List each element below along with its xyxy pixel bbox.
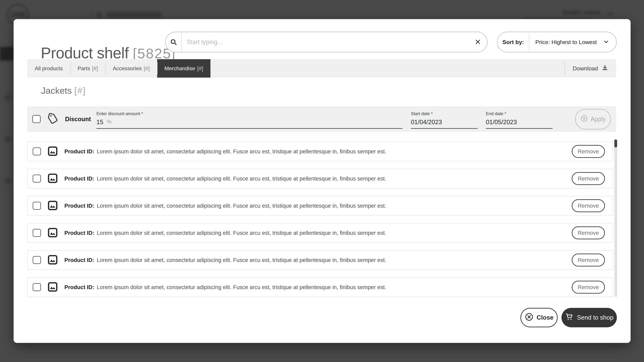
apply-button[interactable]: Apply	[575, 109, 611, 129]
discount-checkbox[interactable]	[32, 115, 40, 123]
remove-button[interactable]: Remove	[572, 145, 605, 158]
discount-bar: Discount Enter discount amount * % Start…	[27, 106, 616, 132]
start-date-input[interactable]	[411, 116, 478, 126]
row-checkbox[interactable]	[33, 175, 41, 183]
product-description: Lorem ipsum dolor sit amet, consectetur …	[97, 230, 386, 236]
background-sidebar-icon	[4, 94, 11, 100]
input-underline	[96, 128, 402, 129]
input-underline	[411, 128, 478, 129]
background-search-icon	[96, 12, 102, 17]
list-scrollbar-track[interactable]	[614, 139, 617, 297]
end-date-field: End date *	[486, 111, 552, 129]
tab-accessories[interactable]: Accessories [#]	[105, 59, 157, 78]
product-shelf-modal: Product shelf [5825] Sort by: Price: Hig…	[14, 19, 630, 343]
row-checkbox[interactable]	[33, 147, 41, 155]
product-id-label: Product ID:	[64, 175, 94, 182]
sort-label: Sort by:	[498, 33, 529, 51]
plus-circle-icon	[580, 114, 588, 124]
apply-label: Apply	[590, 116, 606, 123]
discount-label: Discount	[65, 116, 91, 123]
tab-label: Accessories	[113, 65, 142, 71]
cart-icon	[565, 313, 574, 323]
table-row: Product ID: Lorem ipsum dolor sit amet, …	[27, 196, 613, 216]
tab-all-products[interactable]: All products	[27, 59, 70, 78]
tab-count: [#]	[92, 65, 98, 71]
input-underline	[486, 128, 552, 129]
section-title: Jackets	[41, 85, 72, 95]
end-date-label: End date *	[486, 111, 552, 116]
discount-amount-suffix: %	[107, 119, 112, 125]
remove-button[interactable]: Remove	[572, 199, 605, 212]
product-image-icon	[47, 281, 58, 293]
tab-count: [#]	[144, 65, 150, 71]
background-search-text	[106, 12, 162, 17]
section-count: [#]	[74, 85, 86, 95]
product-image-icon	[47, 173, 58, 185]
tab-label: Merchandise	[164, 65, 195, 71]
product-description: Lorem ipsum dolor sit amet, consectetur …	[97, 148, 386, 155]
end-date-input[interactable]	[486, 116, 552, 126]
chevron-down-icon	[607, 9, 613, 16]
user-menu: Dealer name	[562, 9, 600, 16]
download-icon	[602, 64, 608, 72]
search-bar	[165, 32, 488, 52]
sort-selected-value: Price: Highest to Lowest	[529, 39, 603, 45]
product-list: Product ID: Lorem ipsum dolor sit amet, …	[27, 142, 613, 305]
close-icon	[474, 38, 481, 46]
remove-button[interactable]: Remove	[572, 226, 605, 239]
send-to-shop-button[interactable]: Send to shop	[562, 308, 617, 327]
table-row: Product ID: Lorem ipsum dolor sit amet, …	[27, 250, 613, 270]
search-input[interactable]	[182, 38, 468, 45]
table-row: Product ID: Lorem ipsum dolor sit amet, …	[27, 169, 613, 188]
page-title-text: Product shelf	[41, 44, 129, 61]
product-description: Lorem ipsum dolor sit amet, consectetur …	[97, 284, 386, 291]
product-description: Lorem ipsum dolor sit amet, consectetur …	[97, 257, 386, 263]
tag-icon	[46, 113, 59, 125]
product-id-label: Product ID:	[64, 230, 94, 236]
download-button[interactable]: Download	[565, 61, 616, 75]
tab-label: Parts	[78, 65, 90, 71]
row-checkbox[interactable]	[33, 202, 41, 210]
start-date-label: Start date *	[411, 111, 478, 116]
remove-button[interactable]: Remove	[572, 172, 605, 185]
sort-dropdown[interactable]: Sort by: Price: Highest to Lowest	[497, 32, 617, 52]
background-sidebar-icon	[4, 136, 11, 142]
close-circle-icon	[524, 312, 534, 323]
product-id-label: Product ID:	[64, 148, 94, 155]
background-sidebar-active-item	[0, 47, 14, 61]
section-heading: Jackets [#]	[41, 85, 86, 96]
product-id-label: Product ID:	[64, 257, 94, 263]
tabbar-spacer	[210, 59, 564, 78]
remove-button[interactable]: Remove	[572, 281, 605, 294]
product-image-icon	[47, 254, 58, 266]
row-checkbox[interactable]	[33, 256, 41, 264]
category-tabs: All products Parts [#] Accessories [#] M…	[27, 59, 616, 78]
discount-amount-field: Enter discount amount * %	[96, 111, 402, 129]
product-description: Lorem ipsum dolor sit amet, consectetur …	[97, 203, 386, 209]
search-clear-button[interactable]	[468, 32, 487, 52]
product-description: Lorem ipsum dolor sit amet, consectetur …	[97, 175, 386, 182]
discount-amount-input[interactable]	[96, 116, 402, 126]
product-image-icon	[47, 227, 58, 239]
tab-label: All products	[35, 65, 63, 71]
product-image-icon	[47, 145, 58, 158]
close-button[interactable]: Close	[520, 308, 558, 327]
table-row: Product ID: Lorem ipsum dolor sit amet, …	[27, 223, 613, 243]
table-row: Product ID: Lorem ipsum dolor sit amet, …	[27, 277, 613, 297]
search-icon	[166, 32, 182, 52]
table-row: Product ID: Lorem ipsum dolor sit amet, …	[27, 142, 613, 161]
tab-count: [#]	[197, 65, 203, 71]
chevron-down-icon	[603, 38, 610, 46]
start-date-field: Start date *	[411, 111, 478, 129]
product-id-label: Product ID:	[64, 284, 94, 291]
remove-button[interactable]: Remove	[572, 254, 605, 267]
row-checkbox[interactable]	[33, 229, 41, 237]
row-checkbox[interactable]	[33, 283, 41, 291]
list-scrollbar-thumb[interactable]	[614, 139, 617, 147]
discount-amount-label: Enter discount amount *	[96, 111, 402, 116]
tab-parts[interactable]: Parts [#]	[70, 59, 105, 78]
download-label: Download	[573, 65, 598, 72]
product-image-icon	[47, 200, 58, 212]
tab-merchandise[interactable]: Merchandise [#]	[157, 59, 211, 78]
background-sidebar-icon	[4, 178, 11, 184]
